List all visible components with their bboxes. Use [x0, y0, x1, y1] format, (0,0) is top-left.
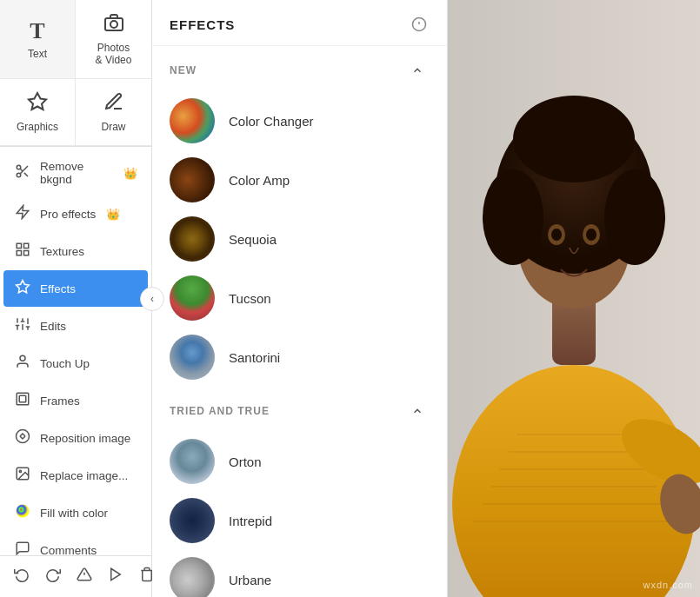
sidebar-item-edits[interactable]: Edits: [3, 308, 148, 344]
svg-point-46: [551, 229, 562, 241]
crown-icon-pro: 👑: [106, 208, 120, 221]
tool-photos-label: Photos& Video: [96, 42, 132, 66]
person-icon: [14, 354, 31, 373]
effect-santorini-label: Santorini: [229, 350, 280, 365]
text-icon: T: [30, 18, 44, 44]
tool-draw-label: Draw: [101, 121, 125, 133]
sidebar-item-replace[interactable]: Replace image...: [3, 457, 148, 494]
tool-photos-video[interactable]: Photos& Video: [76, 0, 151, 79]
effect-sequoia[interactable]: Sequoia: [152, 209, 447, 269]
sidebar-item-remove-bkgnd[interactable]: Remove bkgnd 👑: [3, 151, 148, 195]
sidebar-item-comments[interactable]: Comments: [3, 532, 148, 555]
move-icon: [14, 428, 31, 448]
effect-orton-thumbnail: [170, 439, 215, 484]
sidebar-item-textures[interactable]: Textures: [3, 233, 148, 269]
graphics-icon: [27, 91, 48, 117]
effect-santorini[interactable]: Santorini: [152, 328, 447, 387]
play-button[interactable]: [104, 563, 127, 590]
collapse-panel-button[interactable]: ‹: [140, 287, 164, 311]
sidebar-item-remove-bkgnd-label: Remove bkgnd: [40, 160, 113, 186]
svg-point-22: [20, 355, 25, 361]
fill-icon: [14, 503, 31, 522]
svg-marker-8: [17, 206, 29, 219]
effect-orton[interactable]: Orton: [152, 432, 447, 491]
watermark: wxdn.com: [643, 580, 693, 590]
effect-color-changer[interactable]: Color Changer: [152, 91, 447, 150]
sidebar-item-touch-up-label: Touch Up: [40, 357, 90, 370]
effect-color-changer-label: Color Changer: [229, 114, 314, 129]
svg-rect-9: [17, 243, 21, 248]
svg-point-47: [586, 229, 597, 241]
section-new-label: NEW: [170, 64, 197, 76]
effect-color-amp[interactable]: Color Amp: [152, 150, 447, 209]
info-button[interactable]: [409, 14, 430, 35]
svg-point-25: [17, 430, 30, 443]
sidebar-item-pro-effects[interactable]: Pro effects 👑: [3, 196, 148, 232]
canvas-image: [448, 0, 700, 597]
effect-intrepid-label: Intrepid: [229, 514, 272, 528]
svg-point-28: [17, 505, 30, 518]
chat-icon: [14, 541, 31, 555]
effects-list: NEW Color Changer Color Amp Sequoia Tucs…: [152, 46, 447, 597]
draw-icon: [103, 91, 124, 117]
tool-graphics[interactable]: Graphics: [0, 79, 76, 146]
svg-point-27: [19, 470, 21, 472]
svg-marker-2: [29, 93, 46, 109]
canvas-area: wxdn.com: [448, 0, 700, 597]
svg-rect-10: [24, 243, 29, 248]
sidebar-item-frames-label: Frames: [40, 395, 80, 408]
sidebar-item-pro-effects-label: Pro effects: [40, 208, 96, 221]
effect-intrepid[interactable]: Intrepid: [152, 491, 447, 550]
sidebar-item-edits-label: Edits: [40, 320, 66, 333]
svg-rect-24: [19, 395, 26, 402]
redo-button[interactable]: [42, 563, 64, 590]
scissors-icon: [14, 163, 31, 182]
sidebar-item-reposition-label: Reposition image: [40, 432, 130, 445]
sidebar-item-touch-up[interactable]: Touch Up: [3, 345, 148, 381]
svg-line-6: [24, 173, 28, 176]
warning-button[interactable]: [73, 563, 96, 590]
effect-color-changer-thumbnail: [170, 98, 215, 143]
effects-icon: [14, 279, 31, 298]
tools-grid: T Text Photos& Video Graphics: [0, 0, 151, 147]
effect-sequoia-thumbnail: [170, 216, 215, 262]
sidebar-item-effects-label: Effects: [40, 282, 76, 295]
effects-panel: EFFECTS ‹ NEW Color Changer: [152, 0, 448, 597]
section-new-header: NEW: [152, 46, 447, 91]
effect-intrepid-thumbnail: [170, 498, 215, 543]
sidebar-item-comments-label: Comments: [40, 544, 97, 556]
sidebar-item-textures-label: Textures: [40, 245, 84, 258]
svg-rect-23: [17, 393, 29, 405]
svg-marker-31: [111, 568, 121, 580]
undo-button[interactable]: [10, 563, 33, 590]
lightning-icon: [14, 204, 31, 223]
section-new-collapse-button[interactable]: [405, 58, 430, 83]
effect-urbane[interactable]: Urbane: [152, 550, 447, 597]
svg-point-42: [604, 169, 665, 265]
effect-tucson[interactable]: Tucson: [152, 269, 447, 328]
section-tried-collapse-button[interactable]: [405, 399, 430, 423]
bottom-toolbar: [0, 555, 151, 597]
frame-icon: [14, 391, 31, 410]
svg-point-3: [17, 165, 21, 169]
grid-icon: [14, 242, 31, 261]
sidebar-item-fill[interactable]: Fill with color: [3, 494, 148, 531]
svg-point-4: [17, 173, 21, 177]
sidebar-item-fill-label: Fill with color: [40, 507, 108, 520]
sidebar-menu: Remove bkgnd 👑 Pro effects 👑 Textures: [0, 147, 151, 555]
effect-orton-label: Orton: [229, 454, 262, 469]
camera-icon: [103, 12, 124, 38]
sidebar-item-replace-label: Replace image...: [40, 469, 128, 482]
effect-color-amp-label: Color Amp: [229, 173, 290, 188]
svg-point-41: [483, 169, 543, 265]
svg-line-7: [20, 169, 23, 171]
svg-point-1: [110, 21, 117, 28]
sidebar-item-effects[interactable]: Effects: [3, 270, 148, 307]
sliders-icon: [14, 316, 31, 335]
sidebar-item-frames[interactable]: Frames: [3, 382, 148, 419]
tool-text[interactable]: T Text: [0, 0, 76, 79]
tool-draw[interactable]: Draw: [76, 79, 151, 146]
svg-rect-12: [24, 251, 29, 255]
sidebar-item-reposition[interactable]: Reposition image: [3, 420, 148, 456]
crown-icon-remove: 👑: [123, 167, 137, 180]
